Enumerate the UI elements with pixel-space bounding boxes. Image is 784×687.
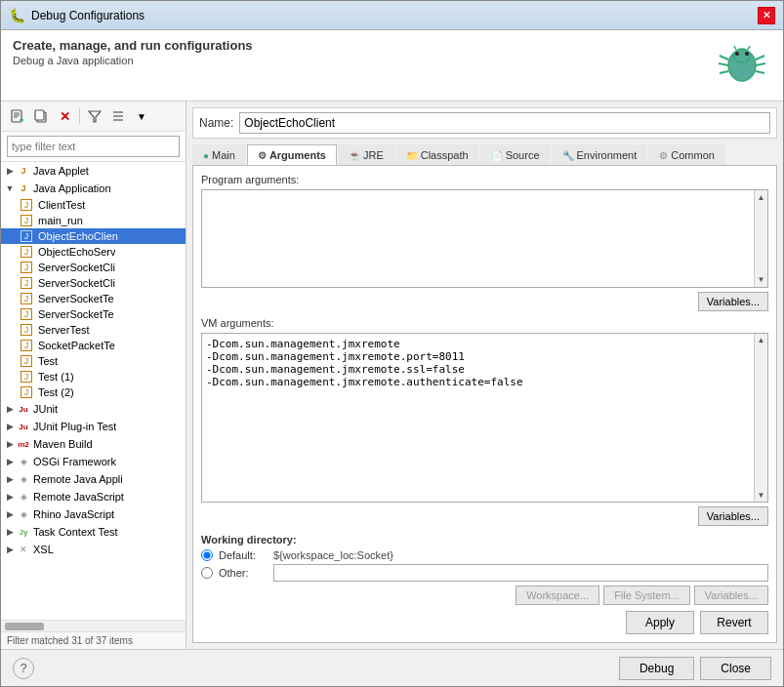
delete-config-button[interactable]: ✕: [54, 105, 75, 127]
environment-tab-label: Environment: [577, 149, 638, 161]
name-input[interactable]: [239, 112, 770, 134]
maven-icon: m2: [17, 437, 30, 451]
default-radio-row: Default: ${workspace_loc:Socket}: [201, 549, 768, 561]
close-button[interactable]: Close: [700, 657, 771, 680]
xsl-label: XSL: [33, 544, 54, 555]
program-args-input[interactable]: [202, 190, 767, 287]
collapse-button[interactable]: [107, 105, 129, 127]
tab-common[interactable]: ⚙ Common: [648, 144, 725, 165]
dropdown-button[interactable]: ▼: [131, 105, 152, 127]
duplicate-config-button[interactable]: [30, 105, 52, 127]
vm-args-vscroll[interactable]: ▲ ▼: [754, 334, 767, 502]
serversockette1-label: ServerSocketTe: [38, 293, 114, 304]
filter-input[interactable]: [7, 136, 180, 157]
tab-source[interactable]: 📄 Source: [480, 144, 551, 165]
tab-environment[interactable]: 🔧 Environment: [552, 144, 648, 165]
footer: ? Debug Close: [1, 649, 783, 686]
tree-item-test2[interactable]: J Test (2): [1, 384, 186, 400]
tree-item-clienttest[interactable]: J ClientTest: [1, 197, 186, 213]
tree-item-java-applet[interactable]: ▶ J Java Applet: [1, 162, 186, 180]
workspace-button[interactable]: Workspace...: [516, 586, 599, 605]
task-context-icon: Jy: [17, 525, 30, 539]
tree-item-serversockette1[interactable]: J ServerSocketTe: [1, 291, 186, 306]
tree-item-osgi[interactable]: ▶ ◈ OSGi Framework: [1, 453, 186, 470]
toolbar-separator: [79, 108, 80, 124]
test2-icon: J: [21, 386, 32, 398]
close-button[interactable]: ✕: [758, 7, 775, 24]
tree-item-remote-java[interactable]: ▶ ◈ Remote Java Appli: [1, 470, 186, 488]
tree-item-objectechoclient[interactable]: J ObjectEchoClien: [1, 228, 186, 244]
scroll-down-btn[interactable]: ▼: [755, 273, 768, 287]
scroll-up-btn[interactable]: ▲: [755, 190, 768, 204]
tab-jre[interactable]: ☕ JRE: [338, 144, 394, 165]
wd-variables-button[interactable]: Variables...: [694, 586, 768, 605]
filter-button[interactable]: [84, 105, 105, 127]
serversocketcli1-icon: J: [21, 262, 32, 273]
revert-button[interactable]: Revert: [700, 611, 768, 634]
apply-button[interactable]: Apply: [626, 611, 694, 634]
tree-item-junit[interactable]: ▶ Ju JUnit: [1, 400, 186, 418]
tree-item-serversocketcli1[interactable]: J ServerSocketCli: [1, 260, 186, 275]
servertest-label: ServerTest: [38, 324, 90, 336]
content-area: ✕ ▼ ▶ J Java Applet: [1, 101, 783, 649]
svg-line-10: [734, 46, 736, 50]
header-subtitle: Debug a Java application: [13, 55, 253, 66]
help-button[interactable]: ?: [13, 658, 34, 679]
common-tab-icon: ⚙: [659, 150, 668, 161]
java-application-label: Java Application: [33, 182, 111, 194]
tree-item-test1[interactable]: J Test (1): [1, 369, 186, 384]
clienttest-icon: J: [21, 199, 32, 211]
test-label: Test: [38, 355, 58, 367]
tree-item-socketpackette[interactable]: J SocketPacketTe: [1, 338, 186, 353]
vm-args-input[interactable]: -Dcom.sun.management.jmxremote -Dcom.sun…: [202, 334, 767, 502]
environment-tab-icon: 🔧: [562, 150, 574, 161]
svg-rect-19: [35, 110, 44, 120]
tree-item-main-run[interactable]: J main_run: [1, 213, 186, 228]
default-radio[interactable]: [201, 549, 213, 561]
program-args-variables-button[interactable]: Variables...: [698, 292, 768, 311]
objectechoclient-label: ObjectEchoClien: [38, 230, 118, 242]
tab-classpath[interactable]: 📁 Classpath: [395, 144, 479, 165]
tree-item-servertest[interactable]: J ServerTest: [1, 322, 186, 338]
debug-configurations-window: 🐛 Debug Configurations ✕ Create, manage,…: [0, 0, 784, 687]
tree-item-java-application[interactable]: ▼ J Java Application: [1, 180, 186, 197]
socketpackette-icon: J: [21, 340, 32, 351]
tree-item-objectechoserver[interactable]: J ObjectEchoServ: [1, 244, 186, 260]
tree-item-maven[interactable]: ▶ m2 Maven Build: [1, 435, 186, 453]
tab-content-arguments: Program arguments: ▲ ▼ Variables...: [192, 166, 777, 643]
tree-item-test[interactable]: J Test: [1, 353, 186, 369]
tree-item-rhino-js[interactable]: ▶ ◈ Rhino JavaScript: [1, 505, 186, 523]
filesystem-button[interactable]: File System...: [603, 586, 690, 605]
program-args-vscroll[interactable]: ▲ ▼: [754, 190, 767, 287]
java-applet-icon: J: [17, 164, 30, 178]
tree-item-serversockette2[interactable]: J ServerSocketTe: [1, 306, 186, 322]
scroll-down-btn[interactable]: ▼: [755, 488, 768, 502]
tree-item-serversocketcli2[interactable]: J ServerSocketCli: [1, 275, 186, 291]
tree-area[interactable]: ▶ J Java Applet ▼ J Java Application J C…: [1, 162, 186, 620]
program-args-wrap: ▲ ▼: [201, 189, 768, 288]
horizontal-scrollbar[interactable]: [1, 620, 186, 631]
scrollbar-thumb[interactable]: [5, 623, 44, 630]
task-context-label: Task Context Test: [33, 526, 118, 538]
jre-tab-label: JRE: [363, 149, 384, 161]
vm-args-variables-button[interactable]: Variables...: [698, 506, 768, 526]
tree-item-xsl[interactable]: ▶ ✕ XSL: [1, 541, 186, 558]
header-title: Create, manage, and run configurations: [13, 38, 253, 53]
scroll-up-btn[interactable]: ▲: [755, 334, 768, 347]
classpath-tab-icon: 📁: [406, 150, 418, 161]
filter-status: Filter matched 31 of 37 items: [1, 631, 186, 649]
test1-label: Test (1): [38, 371, 74, 383]
other-radio[interactable]: [201, 567, 213, 579]
tab-main[interactable]: ● Main: [192, 144, 246, 165]
other-dir-input[interactable]: [273, 564, 768, 582]
debug-button[interactable]: Debug: [619, 657, 694, 680]
xsl-icon: ✕: [17, 543, 30, 556]
tree-item-task-context[interactable]: ▶ Jy Task Context Test: [1, 523, 186, 541]
new-config-button[interactable]: [7, 105, 28, 127]
expand-icon: ▶: [5, 527, 15, 537]
vm-args-wrap: -Dcom.sun.management.jmxremote -Dcom.sun…: [201, 333, 768, 503]
tab-arguments[interactable]: ⚙ Arguments: [247, 144, 337, 165]
tree-item-junit-plugin[interactable]: ▶ Ju JUnit Plug-in Test: [1, 418, 186, 435]
serversocketcli2-icon: J: [21, 277, 32, 289]
tree-item-remote-js[interactable]: ▶ ◈ Remote JavaScript: [1, 488, 186, 505]
